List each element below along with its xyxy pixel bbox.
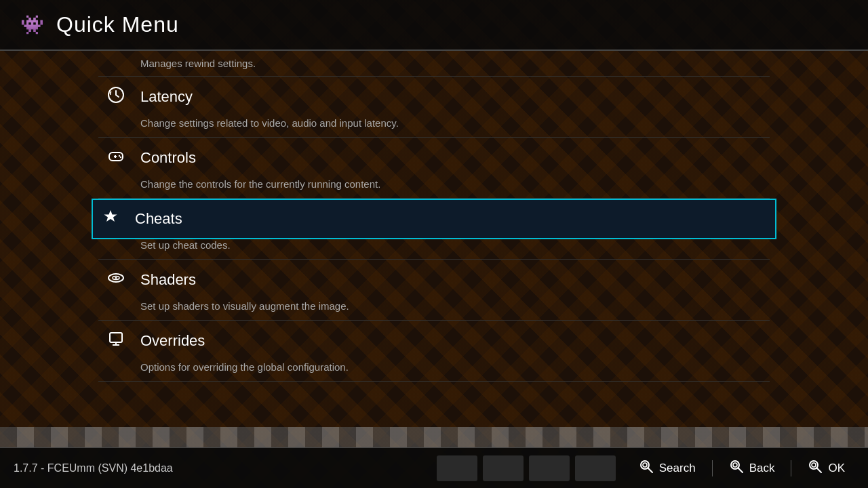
menu-item-cheats[interactable]: CheatsSet up cheat codes. bbox=[98, 199, 770, 260]
cheats-label: Cheats bbox=[135, 210, 182, 228]
app-icon: 👾 bbox=[20, 14, 44, 36]
svg-point-19 bbox=[812, 463, 816, 467]
overrides-label: Overrides bbox=[140, 332, 205, 350]
controls-description: Change the controls for the currently ru… bbox=[98, 178, 770, 198]
sep-1 bbox=[712, 460, 713, 476]
menu-item-latency[interactable]: LatencyChange settings related to video,… bbox=[98, 77, 770, 138]
search-button[interactable]: Search bbox=[629, 455, 705, 481]
ok-icon bbox=[808, 459, 823, 477]
ok-label: OK bbox=[828, 462, 845, 475]
menu-item-shaders[interactable]: ShadersSet up shaders to visually augmen… bbox=[98, 260, 770, 321]
back-label: Back bbox=[749, 462, 775, 475]
cheats-icon bbox=[100, 208, 121, 230]
shaders-label: Shaders bbox=[140, 271, 196, 289]
controller-thumb-3 bbox=[529, 455, 570, 481]
controller-thumb-1 bbox=[437, 455, 477, 481]
rewind-description: Manages rewind settings. bbox=[98, 51, 770, 77]
search-icon bbox=[639, 459, 654, 477]
statusbar: 1.7.7 - FCEUmm (SVN) 4e1bdaa Search bbox=[0, 447, 868, 488]
controls-icon bbox=[105, 147, 127, 169]
overrides-description: Options for overriding the global config… bbox=[98, 361, 770, 381]
version-text: 1.7.7 - FCEUmm (SVN) 4e1bdaa bbox=[0, 462, 437, 474]
checker-pattern bbox=[0, 427, 868, 447]
shaders-icon bbox=[105, 269, 127, 291]
controller-thumb-2 bbox=[483, 455, 524, 481]
overrides-icon bbox=[105, 330, 127, 352]
back-icon bbox=[729, 459, 744, 477]
shaders-description: Set up shaders to visually augment the i… bbox=[98, 300, 770, 320]
svg-line-20 bbox=[817, 468, 822, 473]
menu-item-overrides[interactable]: OverridesOptions for overriding the glob… bbox=[98, 321, 770, 382]
latency-label: Latency bbox=[140, 88, 193, 106]
latency-description: Change settings related to video, audio … bbox=[98, 117, 770, 137]
svg-point-4 bbox=[119, 155, 120, 157]
svg-point-16 bbox=[733, 463, 737, 467]
svg-point-13 bbox=[643, 463, 647, 467]
header: 👾 Quick Menu bbox=[0, 0, 868, 51]
statusbar-actions: Search Back OK bbox=[629, 455, 868, 481]
search-label: Search bbox=[659, 462, 696, 475]
back-button[interactable]: Back bbox=[719, 455, 785, 481]
svg-line-17 bbox=[738, 468, 743, 473]
sep-2 bbox=[791, 460, 791, 476]
menu-list: LatencyChange settings related to video,… bbox=[98, 77, 770, 382]
latency-icon bbox=[105, 86, 127, 108]
svg-line-14 bbox=[648, 468, 652, 473]
page-title: Quick Menu bbox=[56, 12, 179, 37]
menu-item-controls[interactable]: ControlsChange the controls for the curr… bbox=[98, 138, 770, 199]
svg-rect-9 bbox=[110, 333, 122, 342]
cheats-description: Set up cheat codes. bbox=[98, 239, 770, 259]
controls-label: Controls bbox=[140, 149, 196, 167]
ok-button[interactable]: OK bbox=[798, 455, 854, 481]
svg-point-8 bbox=[115, 277, 117, 279]
svg-point-5 bbox=[120, 157, 121, 158]
menu-content: Manages rewind settings. LatencyChange s… bbox=[0, 51, 868, 447]
controller-thumb-4 bbox=[575, 455, 616, 481]
